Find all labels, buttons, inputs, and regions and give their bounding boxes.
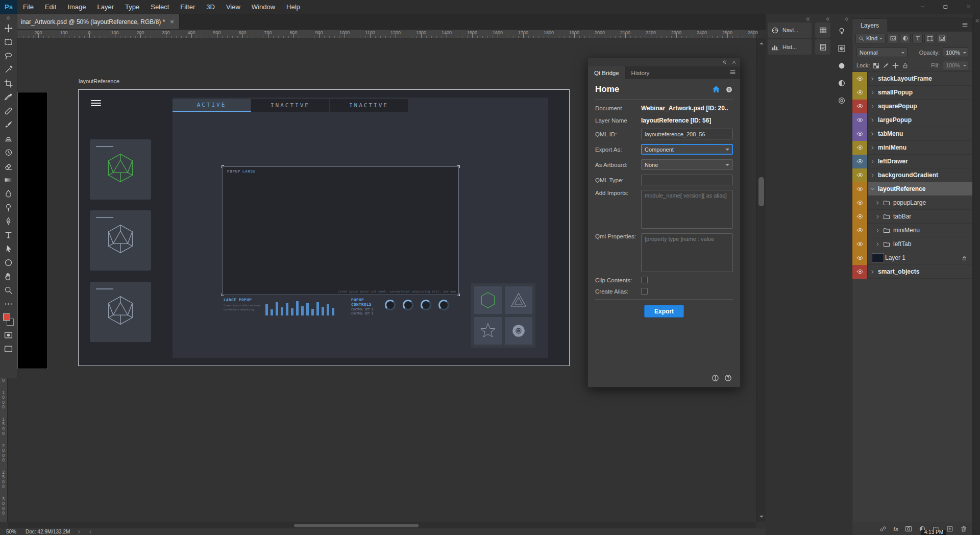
collapsed-panel-info-grid[interactable] — [815, 22, 830, 38]
layer-row[interactable]: leftTab — [852, 237, 972, 251]
lasso-tool[interactable] — [0, 49, 17, 63]
menu-layer[interactable]: Layer — [92, 0, 120, 14]
path-selection-tool[interactable] — [0, 242, 17, 256]
collapsed-panel-color[interactable] — [833, 57, 850, 75]
menu-type[interactable]: Type — [119, 0, 145, 14]
panel-menu-icon[interactable] — [729, 69, 736, 76]
expand-toggle[interactable] — [873, 242, 882, 247]
layer-visibility-toggle[interactable] — [852, 224, 868, 237]
qml-type-input[interactable] — [641, 175, 733, 185]
lock-all-icon[interactable] — [902, 62, 909, 69]
expand-toggle[interactable] — [868, 159, 877, 164]
expand-toggle[interactable] — [868, 132, 877, 136]
filter-shape-layers[interactable] — [924, 34, 935, 43]
gradient-tool[interactable] — [0, 173, 17, 187]
layer-row[interactable]: backgroundGradient — [852, 168, 972, 182]
expand-toggle[interactable] — [868, 90, 877, 95]
layer-visibility-toggle[interactable] — [852, 210, 868, 224]
filter-type-layers[interactable] — [912, 34, 923, 43]
layer-visibility-toggle[interactable] — [852, 72, 868, 86]
collapsed-panel-navigator[interactable]: Navi... — [768, 22, 812, 38]
collapsed-panel-libraries[interactable] — [833, 22, 850, 40]
pen-tool[interactable] — [0, 214, 17, 228]
menu-view[interactable]: View — [220, 0, 246, 14]
layer-visibility-toggle[interactable] — [852, 265, 868, 279]
layer-visibility-toggle[interactable] — [852, 196, 868, 210]
shape-tool[interactable] — [0, 256, 17, 270]
maximize-button[interactable] — [934, 0, 957, 14]
collapsed-panel-histogram[interactable]: Hist... — [768, 39, 812, 55]
collapse-icon[interactable] — [844, 17, 849, 21]
layer-visibility-toggle[interactable] — [852, 113, 868, 127]
opacity-select[interactable]: 100% — [943, 47, 968, 57]
blend-mode-select[interactable]: Normal — [856, 47, 908, 57]
more-tools[interactable] — [0, 297, 17, 311]
qt-tab-qt-bridge[interactable]: Qt Bridge — [588, 66, 625, 79]
screen-mode-tool[interactable] — [0, 342, 17, 356]
layer-visibility-toggle[interactable] — [852, 155, 868, 168]
panel-close-icon[interactable] — [731, 60, 737, 65]
layer-row[interactable]: layoutReference — [852, 182, 972, 196]
filter-smart-objects[interactable] — [937, 34, 947, 43]
clip-contents-checkbox[interactable] — [641, 277, 648, 283]
status-next-icon[interactable] — [77, 530, 81, 534]
zoom-level[interactable]: 50% — [6, 529, 16, 534]
filter-adjustment-layers[interactable] — [900, 34, 911, 43]
expand-toggle[interactable] — [873, 228, 882, 233]
type-tool[interactable] — [0, 228, 17, 242]
clone-stamp-tool[interactable] — [0, 132, 17, 145]
collapse-icon[interactable] — [805, 17, 810, 21]
layer-row[interactable]: smallPopup — [852, 86, 972, 100]
layer-row[interactable]: miniMenu — [852, 141, 972, 155]
home-icon[interactable] — [712, 85, 720, 93]
menu-window[interactable]: Window — [246, 0, 281, 14]
settings-gear-icon[interactable] — [725, 86, 733, 93]
horizontal-scroll-thumb[interactable] — [294, 524, 419, 527]
layer-visibility-toggle[interactable] — [852, 168, 868, 182]
fill-select[interactable]: 100% — [943, 61, 968, 70]
expand-toggle[interactable] — [868, 270, 877, 274]
dock-edge-strip[interactable] — [973, 14, 980, 535]
layer-row[interactable]: popupLarge — [852, 196, 972, 210]
lock-transparent-icon[interactable] — [873, 62, 879, 69]
expand-toggle[interactable] — [873, 201, 882, 205]
collapsed-panel-clone-source[interactable] — [833, 40, 850, 57]
layer-row[interactable]: stackLayoutFrame — [852, 72, 972, 86]
layer-row[interactable]: squarePopup — [852, 100, 972, 113]
scroll-up-icon[interactable] — [760, 40, 764, 44]
lock-position-icon[interactable] — [892, 62, 899, 69]
lock-brush-icon[interactable] — [883, 62, 889, 69]
blur-tool[interactable] — [0, 187, 17, 201]
expand-toggle[interactable] — [873, 214, 882, 219]
collapsed-panel-adjustments[interactable] — [833, 75, 850, 92]
scroll-down-icon[interactable] — [760, 516, 764, 520]
healing-brush-tool[interactable] — [0, 104, 17, 118]
layer-row[interactable]: Layer 1 — [852, 251, 972, 265]
panel-menu-icon[interactable] — [962, 21, 968, 28]
layer-effects-button[interactable]: fx — [893, 526, 898, 532]
minimize-button[interactable] — [911, 0, 934, 14]
delete-layer-button[interactable] — [960, 525, 967, 532]
qml-id-input[interactable] — [641, 129, 733, 139]
layer-visibility-toggle[interactable] — [852, 237, 868, 251]
new-layer-button[interactable] — [946, 525, 953, 532]
brush-tool[interactable] — [0, 118, 17, 132]
menu-help[interactable]: Help — [281, 0, 306, 14]
collapsed-panel-styles[interactable] — [833, 92, 850, 109]
expand-toggle[interactable] — [868, 77, 877, 81]
panel-collapse-icon[interactable] — [722, 60, 727, 65]
menu-image[interactable]: Image — [62, 0, 91, 14]
photoshop-logo[interactable]: Ps — [0, 0, 17, 14]
export-as-select[interactable]: Component — [641, 144, 733, 155]
layer-visibility-toggle[interactable] — [852, 86, 868, 100]
document-tab[interactable]: inar_Artwork.psd @ 50% (layoutReference,… — [17, 14, 180, 29]
export-button[interactable]: Export — [644, 305, 684, 318]
layer-visibility-toggle[interactable] — [852, 127, 868, 141]
layer-row[interactable]: smart_objects — [852, 265, 972, 279]
layer-visibility-toggle[interactable] — [852, 251, 868, 265]
toolbar-collapse-icon[interactable] — [6, 14, 11, 21]
layer-visibility-toggle[interactable] — [852, 182, 868, 196]
status-prev-icon[interactable] — [88, 530, 92, 534]
create-alias-checkbox[interactable] — [641, 288, 648, 295]
menu-edit[interactable]: Edit — [39, 0, 62, 14]
